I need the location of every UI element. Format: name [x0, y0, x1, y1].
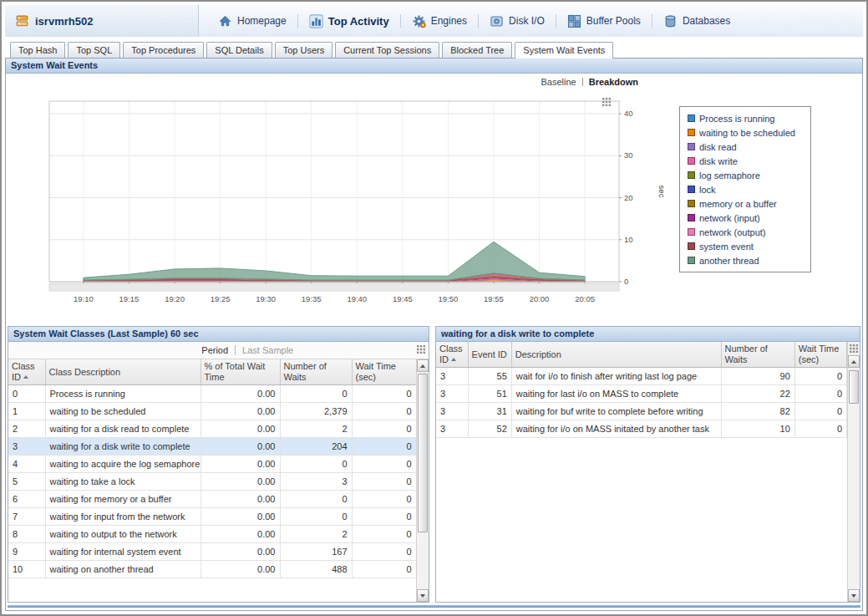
cell: 51	[468, 385, 511, 403]
table-row[interactable]: 6waiting for memory or a buffer0.0000	[8, 491, 416, 508]
tab-current-top-sessions[interactable]: Current Top Sessions	[335, 42, 439, 58]
legend-label: Process is running	[699, 114, 775, 124]
table-row[interactable]: 7waiting for input from the network0.000…	[8, 508, 416, 526]
table-row[interactable]: 5waiting to take a lock0.0030	[8, 473, 416, 491]
cell: 90	[721, 368, 794, 385]
cell: 2	[280, 526, 352, 543]
tab-top-sql[interactable]: Top SQL	[68, 42, 120, 58]
column-header-wait-time-sec[interactable]: Wait Time (sec)	[794, 342, 846, 368]
table-row[interactable]: 10waiting on another thread0.004880	[8, 561, 416, 578]
table-row[interactable]: 0Process is running0.0000	[8, 385, 416, 403]
system-wait-events-title: System Wait Events	[6, 59, 862, 74]
cell: waiting on another thread	[45, 561, 201, 578]
disk-icon	[490, 14, 504, 28]
table-row[interactable]: 8waiting to output to the network0.0020	[8, 526, 416, 543]
table-row[interactable]: 331waiting for buf write to complete bef…	[436, 403, 847, 420]
bottom-divider	[8, 605, 860, 608]
nav-top-activity[interactable]: Top Activity	[298, 11, 400, 32]
column-header-number-of-waits[interactable]: Number of Waits	[721, 342, 794, 368]
grid-options-icon[interactable]	[417, 345, 425, 355]
tab-top-hash[interactable]: Top Hash	[10, 42, 65, 58]
cell: 3	[280, 473, 352, 491]
wait-events-title: waiting for a disk write to complete	[436, 327, 860, 342]
period-label: Period	[201, 345, 228, 355]
column-header-number-of-waits[interactable]: Number of Waits	[280, 359, 352, 385]
column-label: Wait Time (sec)	[799, 344, 840, 364]
cell: 10	[721, 420, 794, 438]
table-row[interactable]: 3waiting for a disk write to complete0.0…	[8, 438, 416, 456]
svg-text:19:10: 19:10	[74, 294, 94, 303]
wait-classes-table-zone: Class IDClass Description% of Total Wait…	[8, 359, 429, 602]
activity-icon	[309, 14, 323, 28]
svg-text:19:50: 19:50	[439, 294, 459, 303]
grid-options-icon[interactable]	[848, 342, 860, 355]
tab-blocked-tree[interactable]: Blocked Tree	[442, 42, 512, 58]
table-row[interactable]: 2waiting for a disk read to complete0.00…	[8, 420, 416, 438]
scroll-down-button[interactable]	[848, 589, 860, 602]
legend-item: disk write	[688, 154, 803, 168]
nav-engines[interactable]: Engines	[401, 11, 478, 32]
triangle-up-icon	[420, 364, 425, 368]
tab-top-procedures[interactable]: Top Procedures	[123, 42, 204, 58]
nav-label: Homepage	[237, 15, 287, 27]
nav-disk-i-o[interactable]: Disk I/O	[479, 11, 556, 32]
table-row[interactable]: 9waiting for internal system event0.0016…	[8, 543, 416, 561]
scroll-thumb[interactable]	[849, 370, 859, 404]
column-header-class-id[interactable]: Class ID	[436, 342, 468, 368]
column-header-description[interactable]: Description	[511, 342, 721, 368]
cell: 55	[468, 368, 511, 385]
column-header-class-description[interactable]: Class Description	[45, 359, 201, 385]
svg-text:20:00: 20:00	[530, 294, 550, 303]
table-row[interactable]: 352waiting for i/o on MASS initated by a…	[436, 420, 847, 438]
tab-sql-details[interactable]: SQL Details	[206, 42, 272, 58]
wait-classes-title: System Wait Classes (Last Sample) 60 sec	[8, 327, 429, 342]
cell: 0.00	[201, 403, 280, 420]
server-icon	[15, 14, 29, 28]
cell: 488	[280, 561, 352, 578]
column-header-wait-time-sec[interactable]: Wait Time (sec)	[352, 359, 416, 385]
scroll-up-button[interactable]	[417, 359, 429, 372]
baseline-link[interactable]: Baseline	[541, 77, 576, 87]
vertical-scrollbar[interactable]	[847, 342, 860, 602]
cell: 2	[280, 420, 352, 438]
cell: 0	[280, 491, 352, 508]
legend-swatch	[688, 242, 695, 250]
table-row[interactable]: 4waiting to acquire the log semaphore0.0…	[8, 456, 416, 473]
cell: 2,379	[280, 403, 352, 420]
tab-top-users[interactable]: Top Users	[275, 42, 333, 58]
nav-homepage[interactable]: Homepage	[207, 11, 297, 32]
svg-text:19:20: 19:20	[165, 294, 185, 303]
triangle-down-icon	[851, 594, 856, 598]
chart-options-icon[interactable]	[602, 94, 611, 109]
table-row[interactable]: 1waiting to be scheduled0.002,3790	[8, 403, 416, 420]
nav-databases[interactable]: Databases	[652, 11, 741, 32]
cell: wait for i/o to finish after writing las…	[511, 368, 721, 385]
legend-swatch	[688, 115, 695, 122]
tab-system-wait-events[interactable]: System Wait Events	[515, 42, 613, 59]
wait-events-detail-panel: waiting for a disk write to complete Cla…	[435, 326, 860, 603]
app-window: isrvmrh502 HomepageTop ActivityEnginesDi…	[0, 0, 868, 616]
column-header-of-total-wait-time[interactable]: % of Total Wait Time	[201, 359, 280, 385]
table-row[interactable]: 351waiting for last i/o on MASS to compl…	[436, 385, 847, 403]
cell: waiting for a disk read to complete	[45, 420, 201, 438]
nav-buffer-pools[interactable]: Buffer Pools	[556, 11, 652, 32]
cell: 4	[8, 456, 45, 473]
scroll-down-button[interactable]	[417, 589, 429, 602]
cell: 0	[794, 368, 846, 385]
server-selector[interactable]: isrvmrh502	[5, 5, 199, 37]
column-header-class-id[interactable]: Class ID	[8, 359, 45, 385]
wait-classes-panel: System Wait Classes (Last Sample) 60 sec…	[8, 326, 429, 603]
scroll-up-button[interactable]	[848, 355, 860, 368]
table-row[interactable]: 355wait for i/o to finish after writing …	[436, 368, 847, 385]
cell: 9	[8, 543, 45, 561]
period-select[interactable]: Last Sample	[242, 345, 293, 355]
column-header-event-id[interactable]: Event ID	[468, 342, 511, 368]
cell: waiting to acquire the log semaphore	[45, 456, 201, 473]
legend-label: system event	[699, 242, 754, 252]
vertical-scrollbar[interactable]	[416, 359, 429, 602]
scroll-thumb[interactable]	[418, 374, 428, 532]
cell: waiting to output to the network	[45, 526, 201, 543]
cell: 2	[8, 420, 45, 438]
breakdown-link[interactable]: Breakdown	[589, 77, 638, 87]
legend-item: memory or a buffer	[688, 196, 803, 211]
